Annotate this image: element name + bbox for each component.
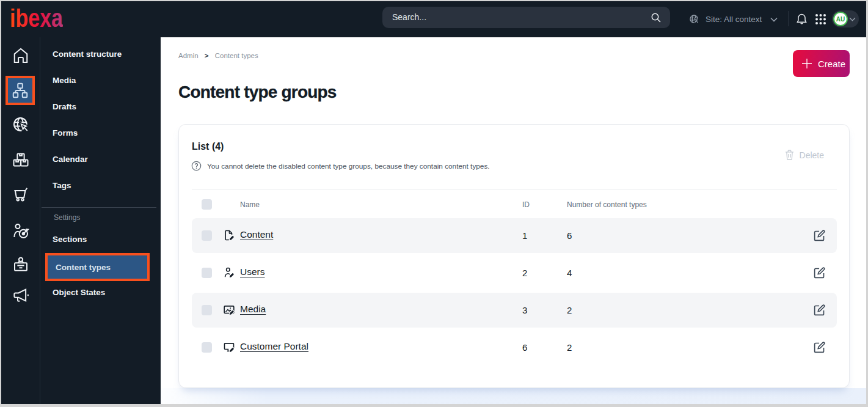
svg-text:ibexa: ibexa: [10, 9, 63, 29]
